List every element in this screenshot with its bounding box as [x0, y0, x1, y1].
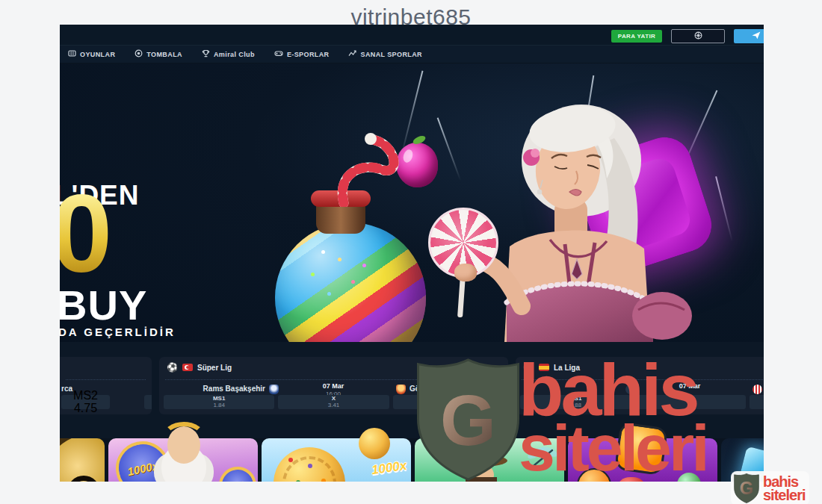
nav-item-sanal-sporlar[interactable]: SANAL SPORLAR — [339, 46, 432, 63]
odds-button-ms1[interactable]: MS1 1.84 — [164, 395, 274, 409]
corner-shield-logo: G — [733, 473, 760, 504]
gamepad-icon — [274, 49, 283, 59]
top-bar: PARA YATIR — [60, 25, 764, 46]
roulette-wheel-icon — [694, 31, 702, 41]
football-icon: ⚽ — [167, 363, 178, 372]
watermark-word-2: siteleri — [519, 415, 707, 481]
match-date: 07 Mar — [300, 382, 367, 390]
odds-button-fragment[interactable] — [144, 395, 152, 409]
nav-item-esporlar[interactable]: E-SPORLAR — [265, 46, 339, 63]
zeus-laurel-crown — [162, 422, 206, 453]
deposit-button-label: PARA YATIR — [618, 33, 656, 40]
nav-item-label: E-SPORLAR — [287, 51, 330, 58]
divider — [66, 379, 146, 380]
telegram-button[interactable] — [734, 29, 764, 43]
slot-tile-sugar-bomb-1000[interactable]: 1000x — [262, 438, 411, 482]
away-team-badge — [753, 385, 762, 394]
promo-line-2: BUY — [60, 281, 147, 329]
nav-item-label: SANAL SPORLAR — [360, 51, 422, 58]
odds-value: 4.75 — [74, 402, 97, 415]
odds-value: 3.41 — [328, 402, 340, 408]
rainbow-candy-bomb — [275, 223, 426, 342]
casino-button[interactable] — [671, 29, 725, 43]
watermark-shield-logo: G — [413, 355, 523, 484]
slot-machine-icon — [68, 49, 76, 59]
nav-item-label: Amiral Club — [214, 51, 255, 58]
lightning-bolt — [715, 176, 733, 242]
odds-label: MS2 — [73, 390, 98, 402]
corner-logo: G bahis siteleri — [731, 471, 809, 504]
promo-line-3: DA GEÇERLİDİR — [60, 326, 176, 338]
watermark-letter: G — [440, 380, 496, 460]
trophy-icon — [202, 49, 210, 59]
nav-item-label: TOMBALA — [146, 51, 182, 58]
hand — [454, 264, 477, 281]
turkey-flag-icon — [182, 364, 193, 371]
1000x-badge: 1000x — [215, 463, 258, 482]
candy-cane-fuse — [284, 110, 426, 207]
home-team: Rams Başakşehir — [159, 385, 265, 393]
golden-candy-bomb — [274, 447, 345, 482]
league-header: ⚽ Süper Lig — [167, 363, 232, 372]
promo-big-digit: 0 — [60, 178, 112, 289]
virtual-sports-icon — [348, 49, 356, 59]
hero-banner[interactable]: L'DEN 0 BUY DA GEÇERLİDİR , kazanmaya ba… — [60, 63, 764, 342]
league-name: Süper Lig — [197, 364, 232, 372]
slot-tile-zeus-1000[interactable]: 1000x 1000x — [108, 438, 258, 482]
candy-sprinkles — [321, 250, 325, 254]
bingo-ball-icon — [135, 49, 143, 59]
slot-tile-golden[interactable] — [60, 438, 105, 482]
odds-button-ms2[interactable]: MS2 4.75 — [61, 395, 110, 409]
nav-item-label: OYUNLAR — [80, 51, 115, 58]
team-name-fragment: rca — [61, 385, 72, 393]
odds-value: 1.84 — [213, 402, 225, 408]
nav-item-tombala[interactable]: TOMBALA — [125, 46, 192, 63]
odds-button-ms2[interactable]: MS2 — [750, 395, 764, 409]
paper-plane-icon — [752, 31, 761, 41]
nav-item-amiral-club[interactable]: Amiral Club — [192, 46, 265, 63]
1000x-badge: 1000x — [371, 458, 408, 478]
odds-button-x[interactable]: X 3.41 — [278, 395, 389, 409]
match-card-clipped[interactable]: rca MS2 4.75 — [60, 357, 152, 414]
home-team-badge — [269, 385, 279, 394]
away-team-badge — [396, 385, 406, 394]
main-nav: OYUNLAR TOMBALA Amiral Club E-SPORLAR SA… — [60, 46, 764, 63]
nav-item-oyunlar[interactable]: OYUNLAR — [60, 46, 125, 63]
corner-letter: G — [740, 479, 753, 498]
small-candy-bomb — [359, 428, 390, 459]
deposit-button[interactable]: PARA YATIR — [611, 30, 662, 43]
corner-word-2: siteleri — [763, 488, 805, 502]
